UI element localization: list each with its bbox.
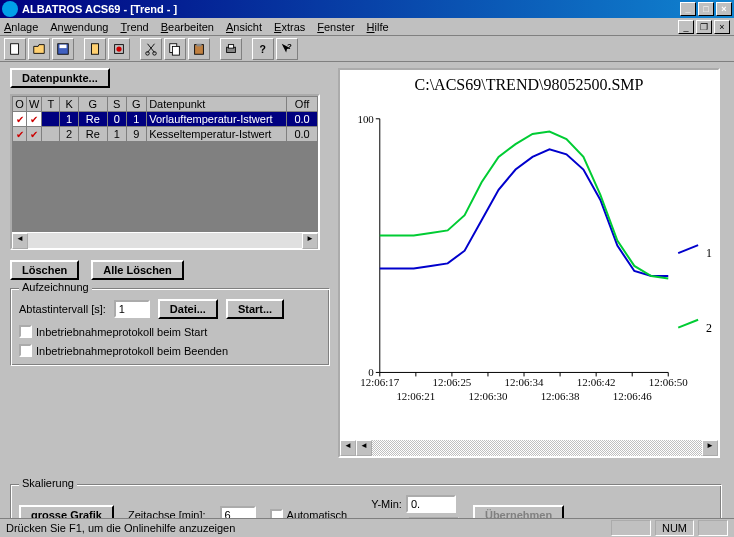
loeschen-button[interactable]: Löschen [10,260,79,280]
maximize-button[interactable]: □ [698,2,714,16]
menu-bearbeiten[interactable]: Bearbeiten [161,21,214,33]
menu-extras[interactable]: Extras [274,21,305,33]
col-g[interactable]: G [78,97,107,112]
scroll-left-icon[interactable]: ◄ [340,440,356,456]
scroll-left2-icon[interactable]: ◄ [356,440,372,456]
svg-text:1: 1 [706,246,712,260]
ymin-input[interactable] [406,495,456,513]
new-icon[interactable] [4,38,26,60]
scroll-left-icon[interactable]: ◄ [12,233,28,249]
svg-rect-13 [228,44,233,48]
save-icon[interactable] [52,38,74,60]
aufzeichnung-group: Aufzeichnung Abtastintervall [s]: Datei.… [10,288,330,366]
start-button[interactable]: Start... [226,299,284,319]
menu-trend[interactable]: Trend [120,21,148,33]
datapoint-grid[interactable]: O W T K G S G Datenpunkt Off 1 Re 0 [10,94,320,250]
check-icon [16,128,24,140]
status-num: NUM [655,520,694,536]
open-icon[interactable] [28,38,50,60]
svg-text:12:06:42: 12:06:42 [577,376,616,388]
menu-anlage[interactable]: Anlage [4,21,38,33]
check-icon [30,128,38,140]
aufzeichnung-legend: Aufzeichnung [19,281,92,293]
print-icon[interactable] [220,38,242,60]
svg-line-40 [678,245,698,253]
chk-start[interactable]: Inbetriebnahmeprotokoll beim Start [19,325,321,338]
table-row[interactable]: 1 Re 0 1 Vorlauftemperatur-Istwert 0.0 [13,112,318,127]
menu-anwendung[interactable]: Anwendung [50,21,108,33]
table-row[interactable]: 2 Re 1 9 Kesseltemperatur-Istwert 0.0 [13,127,318,142]
scroll-right-icon[interactable]: ► [702,440,718,456]
left-panel: Datenpunkte... O W T K G S G Datenpunkt … [10,68,330,366]
ymin-label: Y-Min: [371,498,402,510]
scroll-track[interactable] [28,233,302,248]
checkbox-icon[interactable] [19,325,32,338]
datei-button[interactable]: Datei... [158,299,218,319]
alle-loeschen-button[interactable]: Alle Löschen [91,260,183,280]
tool2-icon[interactable] [108,38,130,60]
svg-rect-0 [11,43,19,54]
svg-text:12:06:17: 12:06:17 [360,376,399,388]
svg-text:12:06:30: 12:06:30 [469,390,508,402]
chart-frame: C:\ACS69\TREND\98052500.SMP 010012:06:17… [338,68,720,458]
mdi-close-button[interactable]: × [714,20,730,34]
mdi-restore-button[interactable]: ❐ [696,20,712,34]
svg-rect-2 [60,44,67,48]
svg-rect-3 [92,43,99,54]
status-cell [611,520,651,536]
grid-empty [12,142,318,232]
minimize-button[interactable]: _ [680,2,696,16]
col-off[interactable]: Off [287,97,318,112]
cut-icon[interactable] [140,38,162,60]
help-icon[interactable]: ? [252,38,274,60]
skalierung-legend: Skalierung [19,477,77,489]
col-t[interactable]: T [42,97,60,112]
col-w[interactable]: W [27,97,42,112]
svg-text:12:06:21: 12:06:21 [396,390,435,402]
svg-text:2: 2 [706,321,712,335]
svg-text:?: ? [260,42,266,54]
paste-icon[interactable] [188,38,210,60]
menu-hilfe[interactable]: Hilfe [367,21,389,33]
chart-body: 010012:06:1712:06:2112:06:2512:06:3012:0… [340,96,718,440]
grid-hscroll[interactable]: ◄ ► [12,232,318,248]
menu-ansicht[interactable]: Ansicht [226,21,262,33]
abtast-input[interactable] [114,300,150,318]
menu-fenster[interactable]: Fenster [317,21,354,33]
scroll-right-icon[interactable]: ► [302,233,318,249]
menu-bar: Anlage Anwendung Trend Bearbeiten Ansich… [0,18,734,36]
close-button[interactable]: × [716,2,732,16]
chart-hscroll[interactable]: ◄ ◄ ► [340,440,718,456]
svg-point-5 [116,46,121,51]
checkbox-icon[interactable] [19,344,32,357]
col-g2[interactable]: G [126,97,147,112]
title-bar: ALBATROS ACS69 - [Trend - ] _ □ × [0,0,734,18]
chart-svg: 010012:06:1712:06:2112:06:2512:06:3012:0… [340,96,718,440]
svg-text:12:06:50: 12:06:50 [649,376,688,388]
toolbar: ? ? [0,36,734,62]
chart-title: C:\ACS69\TREND\98052500.SMP [340,70,718,96]
app-icon [2,1,18,17]
whatsthis-icon[interactable]: ? [276,38,298,60]
scroll-track[interactable] [372,440,702,456]
abtast-label: Abtastintervall [s]: [19,303,106,315]
col-k[interactable]: K [60,97,79,112]
status-bar: Drücken Sie F1, um die Onlinehilfe anzuz… [0,518,734,537]
tool1-icon[interactable] [84,38,106,60]
status-text: Drücken Sie F1, um die Onlinehilfe anzuz… [6,522,235,534]
svg-text:?: ? [287,42,292,51]
svg-rect-11 [196,43,201,46]
datenpunkte-button[interactable]: Datenpunkte... [10,68,110,88]
copy-icon[interactable] [164,38,186,60]
col-s[interactable]: S [107,97,126,112]
svg-text:12:06:46: 12:06:46 [613,390,652,402]
col-datenpunkt[interactable]: Datenpunkt [147,97,287,112]
svg-text:12:06:25: 12:06:25 [432,376,471,388]
svg-text:100: 100 [357,113,374,125]
col-o[interactable]: O [13,97,27,112]
mdi-minimize-button[interactable]: _ [678,20,694,34]
chk-beenden[interactable]: Inbetriebnahmeprotokoll beim Beenden [19,344,321,357]
client-area: Datenpunkte... O W T K G S G Datenpunkt … [0,62,734,518]
svg-line-42 [678,320,698,328]
check-icon [16,113,24,125]
